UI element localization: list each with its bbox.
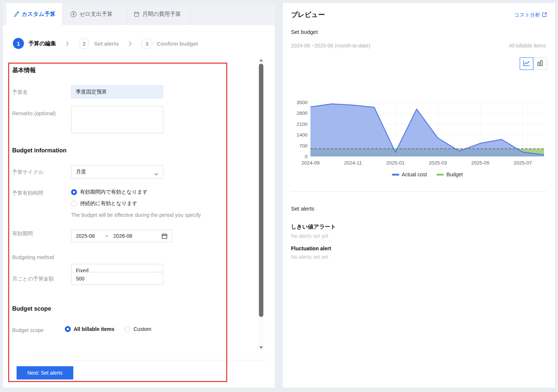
budgeting-method-label: Budgeting method	[12, 254, 54, 260]
radio-selected-icon	[71, 189, 77, 195]
svg-text:¥: ¥	[73, 12, 75, 16]
valid-time-label: 予算有効時間	[12, 190, 43, 197]
external-link-icon	[542, 12, 547, 18]
step-indicator: 1 予算の編集 2 Set alerts 3 Confirm budget	[13, 37, 198, 50]
legend-item-budget: Budget	[436, 172, 463, 177]
remarks-label: Remarks (optional)	[12, 110, 56, 116]
legend-item-actual-cost: Actual cost	[392, 172, 427, 177]
radio-label: 持続的に有効となります	[80, 200, 137, 207]
section-budget-info: Budget information	[12, 147, 67, 154]
scrollbar[interactable]	[258, 57, 264, 351]
step-edit-budget[interactable]: 1 予算の編集	[13, 38, 56, 49]
svg-text:700: 700	[299, 143, 308, 149]
preview-title: プレビュー	[291, 10, 325, 19]
svg-text:2100: 2100	[296, 121, 308, 127]
legend-label: Budget	[446, 172, 463, 177]
svg-text:1400: 1400	[296, 132, 308, 138]
threshold-alert-status: No alerts set yet	[291, 233, 328, 239]
radio-selected-icon	[65, 326, 71, 332]
radio-valid-continuous[interactable]: 持続的に有効となります	[71, 200, 137, 207]
next-set-alerts-button[interactable]: Next: Set alerts	[17, 366, 73, 379]
fluctuation-alert-status: No alerts set yet	[291, 254, 328, 260]
period-start: 2025-08	[76, 233, 95, 239]
budget-scope-options: All billable items Custom	[65, 326, 151, 332]
radio-label: 有効期間内で有効となります	[80, 189, 148, 195]
step-label: Confirm budget	[157, 40, 198, 47]
tab-label: ゼロ支出予算	[79, 11, 113, 18]
calendar-icon	[161, 233, 168, 239]
cost-trend-chart: 070014002100280035002024-092024-112025-0…	[291, 99, 545, 167]
scrollbar-thumb[interactable]	[259, 64, 263, 317]
svg-text:2024-09: 2024-09	[301, 160, 320, 166]
legend-swatch-actual	[392, 174, 399, 176]
tab-monthly-cost-budget[interactable]: 月間の費用予算	[127, 3, 190, 25]
monthly-amount-input[interactable]	[71, 272, 163, 285]
budget-name-input[interactable]	[71, 85, 163, 98]
step-number: 3	[141, 38, 152, 49]
budget-cycle-select[interactable]: 月度	[71, 165, 163, 179]
budget-name-label: 予算名	[12, 89, 28, 96]
cost-analysis-link[interactable]: コスト分析	[514, 12, 547, 18]
monthly-amount-label: 月ごとの予算金額	[12, 276, 54, 282]
svg-text:2025-07: 2025-07	[514, 160, 532, 166]
tab-label: 月間の費用予算	[142, 11, 181, 18]
valid-time-help: The budget will be effective during the …	[71, 212, 201, 218]
section-budget-scope: Budget scope	[12, 306, 51, 312]
step-label: Set alerts	[94, 40, 119, 47]
step-set-alerts[interactable]: 2 Set alerts	[78, 38, 119, 49]
remarks-textarea[interactable]	[71, 106, 163, 133]
svg-text:2025-05: 2025-05	[471, 160, 489, 166]
svg-text:3500: 3500	[296, 100, 308, 105]
scroll-up-arrow-icon[interactable]	[259, 59, 263, 61]
chevron-right-icon	[66, 41, 69, 46]
svg-text:2025-01: 2025-01	[386, 160, 405, 166]
radio-label: Custom	[133, 326, 151, 332]
step-number: 1	[13, 38, 24, 49]
legend-label: Actual cost	[402, 172, 427, 177]
set-budget-title: Set budget	[291, 29, 318, 35]
scroll-down-arrow-icon[interactable]	[259, 346, 263, 349]
step-confirm-budget[interactable]: 3 Confirm budget	[141, 38, 198, 49]
svg-text:2800: 2800	[296, 110, 308, 116]
preview-scope: All billable items	[509, 43, 546, 49]
svg-text:0: 0	[305, 154, 308, 159]
svg-text:2025-03: 2025-03	[429, 160, 447, 166]
preview-divider	[291, 191, 547, 192]
line-chart-icon	[523, 60, 530, 68]
period-separator: ~	[105, 233, 108, 239]
bar-chart-icon	[537, 60, 543, 68]
radio-valid-period[interactable]: 有効期間内で有効となります	[71, 189, 148, 195]
pencil-icon	[13, 11, 19, 17]
radio-unselected-icon	[71, 201, 77, 206]
form-footer-divider	[11, 360, 269, 360]
date-range-picker[interactable]: 2025-08 ~ 2026-08	[71, 230, 172, 242]
radio-all-billable-items[interactable]: All billable items	[65, 326, 114, 332]
tab-zero-spend-budget[interactable]: ¥ ゼロ支出予算	[64, 3, 127, 25]
budget-form-panel: カスタム予算 ¥ ゼロ支出予算 月間の費用予算 1 予算の編集	[3, 3, 275, 388]
step-number: 2	[78, 38, 90, 49]
budget-scope-label: Budget scope	[12, 327, 44, 333]
chart-type-toggle	[520, 57, 547, 70]
radio-label: All billable items	[74, 326, 114, 332]
tab-bar: カスタム予算 ¥ ゼロ支出予算 月間の費用予算	[3, 3, 275, 25]
set-alerts-title: Set alerts	[291, 205, 314, 212]
period-end: 2026-08	[113, 233, 132, 239]
preview-date-range: 2024-09 ~2025-08 (month-to-date)	[291, 43, 370, 49]
chart-legend: Actual cost Budget	[310, 172, 544, 177]
yen-circle-icon: ¥	[70, 11, 77, 17]
svg-text:2024-11: 2024-11	[344, 160, 362, 166]
chevron-down-icon	[154, 171, 158, 177]
radio-custom-scope[interactable]: Custom	[124, 326, 151, 332]
radio-unselected-icon	[124, 326, 130, 332]
step-label: 予算の編集	[28, 40, 56, 47]
bar-chart-toggle-button[interactable]	[533, 57, 547, 70]
budget-cycle-label: 予算サイクル	[12, 169, 43, 176]
tab-label: カスタム予算	[22, 11, 55, 18]
tab-custom-budget[interactable]: カスタム予算	[7, 3, 62, 25]
threshold-alert-title: しきい値アラート	[291, 223, 336, 230]
budget-console-page: カスタム予算 ¥ ゼロ支出予算 月間の費用予算 1 予算の編集	[0, 0, 558, 392]
line-chart-toggle-button[interactable]	[520, 57, 533, 70]
fluctuation-alert-title: Fluctuation alert	[291, 246, 331, 251]
budget-cycle-value: 月度	[76, 169, 86, 175]
legend-swatch-budget	[436, 174, 444, 176]
